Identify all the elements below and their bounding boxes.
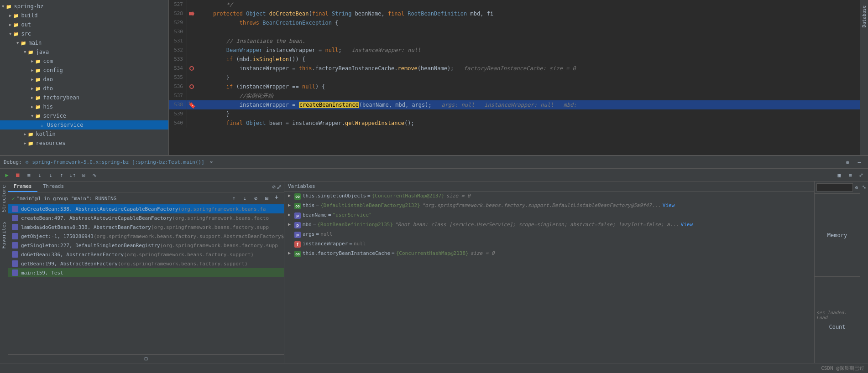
database-sidebar: Database [860, 0, 868, 155]
line-gutter [187, 64, 196, 73]
frame-item[interactable]: lambda$doGetBean$0:338, AbstractBeanFact… [8, 223, 284, 232]
evaluate-btn[interactable]: ⊡ [78, 170, 89, 180]
var-item[interactable]: ▶ p mbd = {RootBeanDefinition@2135} "Roo… [284, 220, 814, 230]
var-item[interactable]: f instanceWrapper = null [284, 239, 814, 249]
expand-frames-btn[interactable]: ⤢ [277, 183, 282, 191]
frame-name: createBean:497, AbstractAutowireCapableB… [21, 215, 172, 221]
tab-frames[interactable]: Frames [8, 181, 37, 192]
add-frame-btn[interactable]: + [273, 193, 280, 203]
structure-label[interactable]: Structure [0, 183, 8, 214]
code-line-536: 536 if (instanceWrapper == null) { [169, 82, 860, 91]
tree-item-spring-bz[interactable]: ▼ 📁 spring-bz [0, 2, 168, 11]
run-to-cursor-btn[interactable]: ↓↑ [68, 170, 78, 180]
tab-threads[interactable]: Threads [37, 181, 69, 192]
step-out-btn[interactable]: ↑ [57, 170, 67, 180]
frame-settings-btn[interactable]: ⊟ [262, 193, 272, 203]
tree-item-main[interactable]: ▼ 📁 main [0, 38, 168, 47]
memory-label: Memory [827, 232, 847, 238]
debug-top-bar: Debug: ⚙ spring-framework-5.0.x:spring-b… [0, 156, 868, 169]
code-line-528: 528 protected Object doCreateBean(final … [169, 9, 860, 18]
tree-item-build[interactable]: ▶ 📁 build [0, 11, 168, 20]
favorites-label[interactable]: Favorites [0, 220, 8, 251]
var-name: this [303, 202, 315, 208]
tree-item-resources[interactable]: ▶ 📁 resources [0, 139, 168, 148]
frame-filter-btn[interactable]: ⊘ [251, 193, 261, 203]
tree-item-factorybean[interactable]: ▶ 📁 factorybean [0, 93, 168, 102]
tree-label: java [36, 49, 49, 55]
minimize-btn[interactable]: — [854, 157, 864, 167]
memory-settings-btn[interactable]: ⚙ [855, 185, 858, 191]
expand-panel-btn[interactable]: ⤢ [856, 170, 866, 180]
variables-panel: Variables ▶ oo this.singletonObjects = {… [284, 181, 814, 363]
resume-btn[interactable]: ▶ [2, 170, 12, 180]
step-into-btn[interactable]: ↓ [46, 170, 56, 180]
tree-label: resources [36, 140, 65, 146]
view-breakpoints-btn[interactable]: ▦ [834, 170, 844, 180]
frame-type-icon [12, 206, 18, 212]
mute-breakpoints-btn[interactable]: ≡ [845, 170, 855, 180]
stop-btn[interactable]: ⏹ [13, 170, 23, 180]
frame-down-btn[interactable]: ↓ [240, 193, 250, 203]
var-badge: oo [294, 203, 301, 209]
frame-item[interactable]: getSingleton:227, DefaultSingletonBeanRe… [8, 241, 284, 250]
memory-section: Memory [815, 194, 860, 277]
step-over-btn[interactable]: ↓ [35, 170, 45, 180]
tree-item-out[interactable]: ▶ 📁 out [0, 20, 168, 29]
arrow-icon: ▶ [31, 77, 33, 82]
var-item[interactable]: ▶ oo this.singletonObjects = {Concurrent… [284, 192, 814, 201]
var-item[interactable]: ▶ oo this = {DefaultListableBeanFactory@… [284, 201, 814, 211]
var-extra: size = 0 [471, 250, 495, 256]
var-value: null [320, 231, 333, 237]
tree-item-service[interactable]: ▼ 📁 service [0, 111, 168, 120]
tree-label: kotlin [36, 131, 55, 137]
list-btn[interactable]: ≡ [24, 170, 34, 180]
frame-item[interactable]: getObject:-1, 1750286943 (org.springfram… [8, 232, 284, 241]
frame-item[interactable]: createBean:497, AbstractAutowireCapableB… [8, 213, 284, 223]
var-item[interactable]: ▶ p beanName = "userService" [284, 211, 814, 220]
debug-close-btn[interactable]: × [210, 159, 213, 165]
tree-item-config[interactable]: ▶ 📁 config [0, 66, 168, 75]
variables-header: Variables [284, 181, 814, 192]
frame-item[interactable]: getBean:199, AbstractBeanFactory (org.sp… [8, 259, 284, 268]
view-link[interactable]: View [663, 202, 675, 208]
tree-label: service [43, 113, 66, 119]
tree-label: main [28, 40, 42, 46]
var-item[interactable]: p args = null [284, 230, 814, 239]
filter-frames-btn[interactable]: ⊘ [272, 184, 276, 190]
frame-item[interactable]: main:159, Test [8, 268, 284, 277]
memory-search-input[interactable] [816, 183, 853, 192]
arrow-icon: ▶ [24, 141, 26, 145]
frame-status: ✓ "main"@1 in group "main": RUNNING ↑ ↓ … [8, 192, 284, 204]
frames-expand-icon[interactable]: ⊟ [144, 356, 147, 362]
line-gutter [187, 36, 196, 46]
var-value: {DefaultListableBeanFactory@2132} [320, 202, 420, 208]
folder-icon: 📁 [34, 112, 42, 119]
var-item[interactable]: ▶ oo this.factoryBeanInstanceCache = {Co… [284, 249, 814, 259]
frame-class: (org.springframework.beans.fa [178, 206, 266, 212]
settings-btn[interactable]: ⚙ [842, 157, 852, 167]
frame-item[interactable]: doCreateBean:538, AbstractAutowireCapabl… [8, 204, 284, 213]
arrow-icon: ▶ [31, 95, 33, 100]
frames-bottom: ⊟ [8, 354, 284, 363]
tree-item-kotlin[interactable]: ▶ 📁 kotlin [0, 130, 168, 139]
frame-name: main:159, Test [21, 270, 63, 276]
view-link[interactable]: View [681, 222, 693, 228]
code-line-530: 530 [169, 27, 860, 36]
code-line-537: 537 //实例化开始 [169, 91, 860, 100]
tree-item-userservice[interactable]: ☕ UserService [0, 120, 168, 130]
tree-item-dto[interactable]: ▶ 📁 dto [0, 84, 168, 93]
expand-right-label[interactable]: ⤢ [860, 183, 868, 191]
database-label[interactable]: Database [861, 4, 868, 29]
tree-item-java[interactable]: ▼ 📁 java [0, 47, 168, 57]
tree-item-his[interactable]: ▶ 📁 his [0, 102, 168, 111]
stream-btn[interactable]: ∿ [89, 170, 99, 180]
tree-item-src[interactable]: ▼ 📁 src [0, 29, 168, 38]
tree-item-com[interactable]: ▶ 📁 com [0, 57, 168, 66]
frame-up-btn[interactable]: ↑ [229, 193, 239, 203]
line-content [196, 27, 200, 36]
tree-item-dao[interactable]: ▶ 📁 dao [0, 75, 168, 84]
line-number: 536 [169, 82, 187, 91]
tree-label: UserService [47, 122, 83, 128]
frame-item[interactable]: doGetBean:336, AbstractBeanFactory (org.… [8, 250, 284, 259]
line-number: 534 [169, 64, 187, 73]
